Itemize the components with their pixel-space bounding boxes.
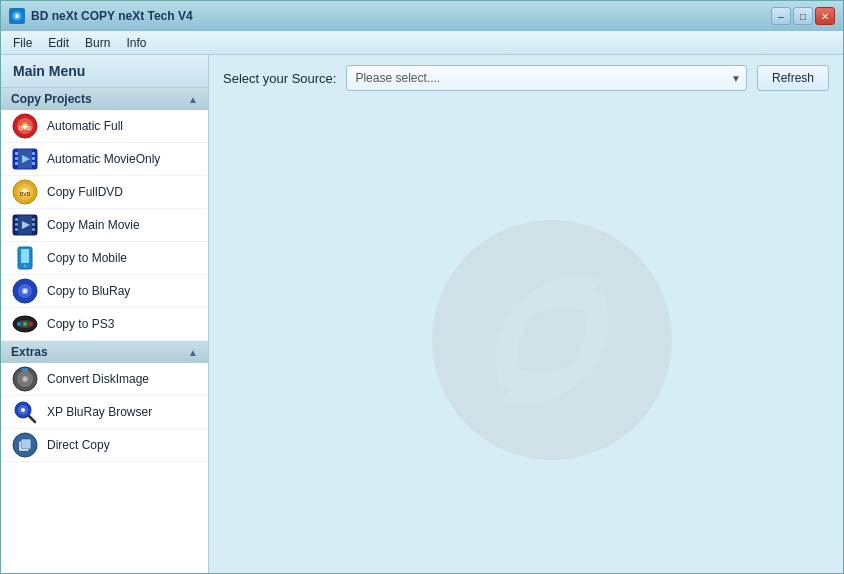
minimize-button[interactable]: – (771, 7, 791, 25)
svg-rect-15 (32, 162, 35, 165)
app-icon (9, 8, 25, 24)
sidebar-item-copy-to-mobile[interactable]: Copy to Mobile (1, 242, 208, 275)
svg-rect-30 (32, 228, 35, 231)
svg-point-42 (23, 322, 27, 326)
sidebar-item-convert-diskimage-label: Convert DiskImage (47, 372, 149, 386)
svg-point-51 (21, 408, 25, 412)
sidebar-item-copy-fulldvd-label: Copy FullDVD (47, 185, 123, 199)
svg-rect-27 (15, 228, 18, 231)
svg-rect-26 (15, 223, 18, 226)
svg-rect-33 (21, 249, 29, 263)
sidebar-item-automatic-full-label: Automatic Full (47, 119, 123, 133)
extras-collapse-icon: ▲ (188, 347, 198, 358)
section-extras[interactable]: Extras ▲ (1, 341, 208, 363)
window-controls: – □ ✕ (771, 7, 835, 25)
section-copy-projects-label: Copy Projects (11, 92, 92, 106)
menu-info[interactable]: Info (118, 34, 154, 52)
svg-text:DVD: DVD (20, 191, 31, 197)
close-button[interactable]: ✕ (815, 7, 835, 25)
film-icon (11, 148, 39, 170)
content-area: Main Menu Copy Projects ▲ DVD Automatic … (1, 55, 843, 573)
sidebar-item-automatic-full[interactable]: DVD Automatic Full (1, 110, 208, 143)
svg-rect-12 (15, 162, 18, 165)
sidebar-header: Main Menu (1, 55, 208, 88)
source-label: Select your Source: (223, 71, 336, 86)
watermark-logo (422, 210, 682, 470)
menu-edit[interactable]: Edit (40, 34, 77, 52)
menu-bar: File Edit Burn Info (1, 31, 843, 55)
mobile-icon (11, 247, 39, 269)
menu-burn[interactable]: Burn (77, 34, 118, 52)
sidebar-item-xp-bluray-browser-label: XP BluRay Browser (47, 405, 152, 419)
svg-rect-10 (15, 152, 18, 155)
menu-file[interactable]: File (5, 34, 40, 52)
refresh-button[interactable]: Refresh (757, 65, 829, 91)
sidebar-item-copy-to-bluray[interactable]: Copy to BluRay (1, 275, 208, 308)
svg-rect-29 (32, 223, 35, 226)
dvd-icon: DVD (11, 115, 39, 137)
svg-rect-14 (32, 157, 35, 160)
sidebar-item-copy-to-bluray-label: Copy to BluRay (47, 284, 130, 298)
svg-rect-13 (32, 152, 35, 155)
collapse-icon: ▲ (188, 94, 198, 105)
ps3-icon (11, 313, 39, 335)
svg-point-47 (24, 378, 27, 381)
sidebar-item-copy-to-ps3-label: Copy to PS3 (47, 317, 114, 331)
copy-icon (11, 434, 39, 456)
svg-text:DVD: DVD (19, 125, 32, 131)
source-select-wrapper: Please select.... ▼ (346, 65, 747, 91)
search-icon (11, 401, 39, 423)
svg-line-52 (29, 416, 35, 422)
sidebar-item-copy-main-movie[interactable]: Copy Main Movie (1, 209, 208, 242)
sidebar-item-convert-diskimage[interactable]: Convert DiskImage (1, 363, 208, 396)
title-bar: BD neXt COPY neXt Tech V4 – □ ✕ (1, 1, 843, 31)
sidebar-item-copy-main-movie-label: Copy Main Movie (47, 218, 140, 232)
source-bar: Select your Source: Please select.... ▼ … (223, 65, 829, 91)
sidebar-item-xp-bluray-browser[interactable]: XP BluRay Browser (1, 396, 208, 429)
sidebar-item-automatic-movieonly[interactable]: Automatic MovieOnly (1, 143, 208, 176)
svg-point-43 (29, 322, 33, 326)
dvd2-icon: DVD (11, 181, 39, 203)
window-title: BD neXt COPY neXt Tech V4 (31, 9, 771, 23)
main-area: Select your Source: Please select.... ▼ … (209, 55, 843, 573)
sidebar: Main Menu Copy Projects ▲ DVD Automatic … (1, 55, 209, 573)
svg-point-38 (24, 290, 27, 293)
svg-rect-48 (22, 368, 28, 372)
svg-rect-25 (15, 218, 18, 221)
section-extras-label: Extras (11, 345, 48, 359)
maximize-button[interactable]: □ (793, 7, 813, 25)
svg-point-41 (17, 322, 21, 326)
svg-rect-28 (32, 218, 35, 221)
sidebar-item-copy-to-ps3[interactable]: Copy to PS3 (1, 308, 208, 341)
sidebar-item-direct-copy[interactable]: Direct Copy (1, 429, 208, 462)
sidebar-item-copy-fulldvd[interactable]: DVD Copy FullDVD (1, 176, 208, 209)
svg-point-57 (532, 320, 572, 360)
application-window: BD neXt COPY neXt Tech V4 – □ ✕ File Edi… (0, 0, 844, 574)
sidebar-item-automatic-movieonly-label: Automatic MovieOnly (47, 152, 160, 166)
sidebar-item-copy-to-mobile-label: Copy to Mobile (47, 251, 127, 265)
svg-point-1 (15, 14, 19, 18)
bluray-icon (11, 280, 39, 302)
svg-point-34 (24, 265, 27, 268)
film2-icon (11, 214, 39, 236)
source-select[interactable]: Please select.... (346, 65, 747, 91)
section-copy-projects[interactable]: Copy Projects ▲ (1, 88, 208, 110)
svg-rect-55 (21, 439, 31, 449)
sidebar-item-direct-copy-label: Direct Copy (47, 438, 110, 452)
disk-icon (11, 368, 39, 390)
svg-rect-11 (15, 157, 18, 160)
